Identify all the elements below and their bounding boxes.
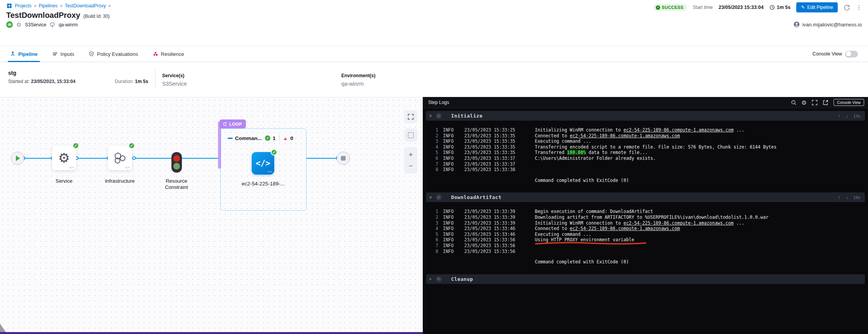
arrow-down-icon[interactable]: ↓ xyxy=(846,113,848,119)
log-section-header[interactable]: ∨✓DownloadArtifact↑↓18s xyxy=(426,192,865,202)
breadcrumb-pipeline-name[interactable]: TestDownloadProxy xyxy=(65,3,106,9)
page-title: TestDownloadProxy xyxy=(6,11,80,20)
canvas-fullscreen-button[interactable] xyxy=(404,110,417,123)
console-view-label: Console View xyxy=(813,51,842,57)
selection-icon xyxy=(408,132,414,138)
user-avatar-icon xyxy=(794,21,800,28)
open-in-new-icon[interactable] xyxy=(823,100,828,106)
page-header: Projects > Pipelines > TestDownloadProxy… xyxy=(0,0,868,46)
log-footer: Command completed with ExitCode (0) xyxy=(426,178,865,183)
log-line: 5INFO23/05/2023 15:33:46Executing comman… xyxy=(426,232,865,237)
log-message: Executing command ... xyxy=(535,232,591,237)
group-name[interactable]: Comman... xyxy=(235,135,262,141)
log-message: Connected to ec2-54-225-189-86.compute-1… xyxy=(535,133,680,139)
log-message: Downloading artifact from ARTIFACTORY to… xyxy=(535,215,768,220)
log-message: Begin execution of command: DownloadArti… xyxy=(535,209,653,215)
start-node[interactable] xyxy=(11,152,24,165)
log-section-header[interactable]: >✓Cleanup xyxy=(426,274,865,284)
breadcrumb-pipelines[interactable]: Pipelines xyxy=(39,3,58,9)
duration-value: 1m 5s xyxy=(777,5,790,10)
step-logs-title: Step Logs xyxy=(428,100,449,105)
node-resource-constraint[interactable] xyxy=(171,152,182,173)
more-options-icon[interactable]: ⋮ xyxy=(856,4,862,11)
log-line: 4INFO23/05/2023 15:33:46Connected to ec2… xyxy=(426,226,865,232)
log-message: Executing command ... xyxy=(535,138,591,144)
status-badge: ✓ SUCCESS xyxy=(654,4,687,11)
tab-policy-evaluations[interactable]: Policy Evaluations xyxy=(86,46,140,62)
edit-pipeline-button[interactable]: ✎ Edit Pipeline xyxy=(796,2,838,12)
pipeline-canvas[interactable]: ✓ ⚙ </> Service ✓ </> Infrastructure Res… xyxy=(0,97,423,334)
log-message: C:\Users\Administrator Folder already ex… xyxy=(535,156,656,161)
node-service[interactable]: ✓ ⚙ </> xyxy=(52,145,76,170)
arrow-down-icon[interactable]: ↓ xyxy=(846,195,848,200)
service-gear-icon: ⚙ xyxy=(16,22,21,28)
environment-tag[interactable]: qa-winrm xyxy=(59,22,78,28)
end-node[interactable] xyxy=(337,152,350,165)
loop-group[interactable]: Comman... ✓ 1 ▲! 0 ✓ </> </> ec2-54-225-… xyxy=(220,128,306,211)
node-label-resource-constraint: Resource Constraint xyxy=(155,178,198,190)
arrow-up-icon[interactable]: ↑ xyxy=(838,113,840,119)
chevron-down-icon[interactable]: ∨ xyxy=(429,195,436,200)
gear-icon: ⚙ xyxy=(58,151,70,164)
resilience-icon xyxy=(153,51,158,57)
cd-module-icon xyxy=(6,21,13,28)
log-line: 2INFO23/05/2023 15:33:39Downloading arti… xyxy=(426,215,865,220)
node-infrastructure[interactable]: ✓ </> xyxy=(108,145,132,170)
log-line: 1INFO23/05/2023 15:33:39Begin execution … xyxy=(426,209,865,215)
start-time-value: 23/05/2023 15:33:04 xyxy=(719,5,764,10)
code-icon: </> xyxy=(256,159,270,168)
node-command-step[interactable]: ✓ </> </> xyxy=(252,152,274,175)
chevron-right-icon[interactable]: > xyxy=(429,277,436,281)
template-code-icon: </> xyxy=(69,166,74,169)
stop-icon xyxy=(341,156,346,161)
log-line: 8INFO23/05/2023 15:33:56 xyxy=(426,249,865,254)
log-section-title: Initialize xyxy=(451,113,482,119)
log-message: Initializing WinRM connection to ec2-54-… xyxy=(535,127,744,133)
template-code-icon: </> xyxy=(267,170,272,173)
environment-value[interactable]: qa-winrm xyxy=(341,81,375,87)
log-footer: Command completed with ExitCode (0) xyxy=(426,259,865,265)
check-icon: ✓ xyxy=(265,135,270,141)
log-line: 2INFO23/05/2023 15:33:35Connected to ec2… xyxy=(426,133,865,139)
collapse-icon[interactable] xyxy=(228,138,233,139)
step-logs-panel: Step Logs ⚙ Console View ∨✓Initialize↑↓1… xyxy=(423,97,868,334)
log-section-header[interactable]: ∨✓Initialize↑↓13s xyxy=(426,111,865,121)
tab-inputs[interactable]: Inputs xyxy=(50,46,76,62)
log-line: 5INFO23/05/2023 15:33:35Transferred 100.… xyxy=(426,150,865,156)
stage-name: stg xyxy=(8,70,16,76)
service-value[interactable]: S3Service xyxy=(162,81,187,87)
zoom-out-button[interactable]: − xyxy=(408,162,413,170)
log-line: 7INFO23/05/2023 15:33:37 xyxy=(426,161,865,167)
log-section: >✓Cleanup xyxy=(426,274,865,284)
arrow-up-icon[interactable]: ↑ xyxy=(838,195,840,200)
log-section: ∨✓Initialize↑↓13s1INFO23/05/2023 15:33:2… xyxy=(426,111,865,183)
node-label-service: Service xyxy=(40,178,88,184)
success-badge-icon: ✓ xyxy=(271,149,277,156)
success-check-icon: ✓ xyxy=(656,5,660,10)
stage-started: Started at: 23/05/2023, 15:33:04 xyxy=(8,79,75,84)
log-message: Transferring encoded script to a remote … xyxy=(535,144,776,150)
canvas-reset-selection-button[interactable] xyxy=(404,128,417,142)
breadcrumb-projects[interactable]: Projects xyxy=(15,3,31,9)
services-label: Service(s) xyxy=(162,73,187,78)
zoom-in-button[interactable]: + xyxy=(408,151,413,158)
refresh-icon[interactable] xyxy=(844,4,850,11)
start-time-label: Start time xyxy=(693,5,712,10)
tab-resilience[interactable]: Resilience xyxy=(150,46,187,62)
harness-logo-icon xyxy=(6,3,12,9)
search-icon[interactable] xyxy=(791,100,797,106)
log-line: 1INFO23/05/2023 15:33:25Initializing Win… xyxy=(426,127,865,133)
check-icon: ✓ xyxy=(436,113,442,119)
console-view-button[interactable]: Console View xyxy=(833,99,864,106)
chevron-down-icon[interactable]: ∨ xyxy=(429,113,436,118)
log-settings-icon[interactable]: ⚙ xyxy=(802,100,807,106)
check-icon: ✓ xyxy=(436,194,442,200)
canvas-bottom-bar xyxy=(0,332,423,334)
log-message: Transferred 100.00% data to remote file.… xyxy=(535,150,648,156)
tab-pipeline[interactable]: Pipeline xyxy=(8,46,40,62)
expand-icon[interactable] xyxy=(812,100,818,106)
pipeline-execution-page: Projects > Pipelines > TestDownloadProxy… xyxy=(0,0,868,334)
canvas-corner-decoration xyxy=(0,324,6,332)
service-tag[interactable]: S3Service xyxy=(25,22,46,28)
console-view-toggle[interactable] xyxy=(845,51,858,57)
